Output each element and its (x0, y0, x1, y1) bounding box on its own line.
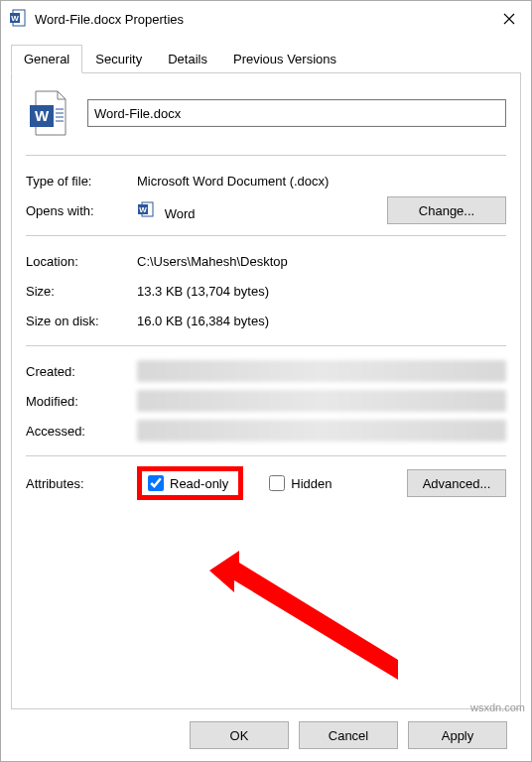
properties-dialog: W Word-File.docx Properties General Secu… (0, 0, 532, 762)
divider (26, 345, 506, 346)
readonly-checkbox-label[interactable]: Read-only (148, 475, 228, 491)
readonly-label-text: Read-only (170, 476, 228, 491)
divider (26, 455, 506, 456)
label-location: Location: (26, 254, 137, 269)
tab-details[interactable]: Details (155, 45, 220, 73)
ok-button[interactable]: OK (190, 721, 289, 749)
label-type-of-file: Type of file: (26, 174, 137, 189)
change-button[interactable]: Change... (387, 196, 506, 224)
tab-security[interactable]: Security (82, 45, 155, 73)
word-icon: W (9, 9, 27, 30)
apply-button[interactable]: Apply (408, 721, 507, 749)
label-opens-with: Opens with: (26, 203, 137, 218)
value-location: C:\Users\Mahesh\Desktop (137, 254, 506, 269)
tab-strip: General Security Details Previous Versio… (11, 45, 521, 73)
opens-with-app-name: Word (165, 206, 196, 221)
tab-content-general: W Type of file: Microsoft Word Document … (11, 73, 521, 709)
divider (26, 235, 506, 236)
label-attributes: Attributes: (26, 476, 137, 491)
label-accessed: Accessed: (26, 424, 137, 439)
svg-text:W: W (139, 205, 147, 214)
hidden-checkbox[interactable] (269, 475, 285, 491)
close-button[interactable] (497, 7, 521, 31)
value-accessed-redacted (137, 420, 506, 442)
file-icon: W (26, 89, 73, 137)
value-size: 13.3 KB (13,704 bytes) (137, 284, 506, 299)
label-size: Size: (26, 284, 137, 299)
value-size-on-disk: 16.0 KB (16,384 bytes) (137, 314, 506, 328)
hidden-checkbox-label[interactable]: Hidden (269, 475, 332, 491)
titlebar: W Word-File.docx Properties (1, 1, 531, 37)
label-created: Created: (26, 364, 137, 379)
label-modified: Modified: (26, 394, 137, 409)
hidden-label-text: Hidden (291, 476, 332, 491)
readonly-highlight: Read-only (137, 466, 243, 500)
value-opens-with: W Word (137, 200, 387, 221)
value-modified-redacted (137, 390, 506, 412)
readonly-checkbox[interactable] (148, 475, 164, 491)
tab-general[interactable]: General (11, 45, 82, 73)
divider (26, 155, 506, 156)
filename-input[interactable] (87, 99, 506, 127)
advanced-button[interactable]: Advanced... (407, 469, 506, 497)
watermark-text: wsxdn.com (470, 701, 525, 713)
word-app-icon: W (137, 206, 159, 221)
annotation-arrow-icon (200, 551, 418, 690)
cancel-button[interactable]: Cancel (299, 721, 398, 749)
window-title: Word-File.docx Properties (35, 12, 184, 27)
value-type-of-file: Microsoft Word Document (.docx) (137, 174, 506, 189)
svg-text:W: W (35, 107, 50, 124)
value-created-redacted (137, 360, 506, 382)
dialog-buttons: OK Cancel Apply (11, 709, 521, 761)
svg-text:W: W (11, 14, 19, 23)
svg-marker-13 (209, 551, 398, 680)
tab-previous-versions[interactable]: Previous Versions (220, 45, 349, 73)
label-size-on-disk: Size on disk: (26, 314, 137, 328)
